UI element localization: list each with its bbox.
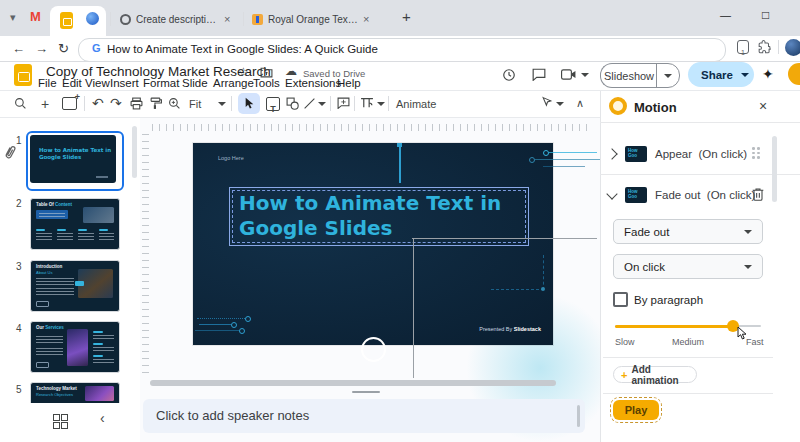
gmail-pinned-tab-icon[interactable]: M xyxy=(30,9,41,24)
thumb2-title: Table Of Content xyxy=(36,202,72,207)
tab-2[interactable]: Royal Orange Text Effect - InkPx × xyxy=(247,6,379,36)
back-icon[interactable]: ← xyxy=(12,41,25,56)
tab-counter-icon[interactable]: 1 xyxy=(737,40,749,54)
animation-thumb: How Goo xyxy=(625,187,647,203)
comments-icon[interactable] xyxy=(532,68,546,81)
tab-search-icon[interactable]: ▾ xyxy=(10,11,16,24)
animate-button[interactable]: Animate xyxy=(396,99,436,110)
speed-label-slow: Slow xyxy=(615,337,635,347)
search-menus-icon[interactable] xyxy=(14,97,27,110)
chrome-bottom-border xyxy=(0,61,800,62)
notes-scrollbar[interactable] xyxy=(577,405,580,427)
grid-view-icon[interactable] xyxy=(53,414,66,427)
thumb1-footer xyxy=(96,176,108,178)
slide-thumbnail-2[interactable]: Table Of Content xyxy=(30,198,120,250)
toolbar-sep-1 xyxy=(84,96,85,111)
new-slide-icon[interactable]: + xyxy=(62,97,77,110)
menu-file[interactable]: File xyxy=(38,77,57,89)
slide-thumbnail-1-selected[interactable]: How to Animate Text in Google Slides xyxy=(26,131,124,191)
forward-icon[interactable]: → xyxy=(35,41,48,56)
redo-icon[interactable]: ↷ xyxy=(110,96,122,110)
drag-handle-icon[interactable] xyxy=(752,147,760,159)
menu-help[interactable]: Help xyxy=(337,77,361,89)
animation-row-fadeout[interactable]: How Goo Fade out (On click) xyxy=(600,178,800,214)
add-animation-button[interactable]: + Add animation xyxy=(613,366,697,383)
window-minimize-button[interactable]: — xyxy=(720,9,731,21)
menu-insert[interactable]: Insert xyxy=(110,77,139,89)
delete-animation-icon[interactable] xyxy=(752,187,764,201)
speaker-notes[interactable]: Click to add speaker notes xyxy=(143,399,585,433)
new-tab-button[interactable]: + xyxy=(402,8,411,25)
saved-cloud-icon[interactable]: ☁ xyxy=(285,64,297,78)
guide-horizontal xyxy=(412,238,597,239)
speed-label-fast: Fast xyxy=(746,337,764,347)
menu-edit[interactable]: Edit xyxy=(62,77,82,89)
slideshow-button[interactable]: Slideshow xyxy=(600,63,657,88)
reload-icon[interactable]: ↻ xyxy=(58,41,69,56)
text-options-icon[interactable] xyxy=(360,97,374,109)
line-tool-icon[interactable] xyxy=(303,97,316,110)
hide-menus-icon[interactable]: ∧ xyxy=(576,98,584,109)
collapse-filmstrip-icon[interactable]: ‹ xyxy=(100,410,105,426)
collapse-chevron-icon[interactable] xyxy=(606,188,617,199)
panel-scrollbar[interactable] xyxy=(772,136,777,202)
paint-format-icon[interactable] xyxy=(150,97,162,110)
shape-tool-icon[interactable] xyxy=(286,97,299,110)
gemini-icon[interactable]: ✦ xyxy=(762,66,774,82)
user-avatar[interactable] xyxy=(788,63,800,85)
slide-number-3: 3 xyxy=(16,261,22,272)
tab-1-close-icon[interactable]: × xyxy=(224,13,230,25)
zoom-tool-icon[interactable] xyxy=(168,97,181,110)
slide-canvas[interactable]: Logo Here How to Animate Text in Google … xyxy=(193,143,553,345)
print-icon[interactable] xyxy=(130,97,143,110)
menu-slide[interactable]: Slide xyxy=(182,77,208,89)
omnibox-url[interactable]: How to Animate Text in Google Slides: A … xyxy=(107,43,378,55)
window-maximize-button[interactable]: □ xyxy=(762,8,769,22)
menu-extensions[interactable]: Extensions xyxy=(285,77,341,89)
zoom-fit-select[interactable]: Fit xyxy=(189,99,201,110)
trigger-value: On click xyxy=(624,261,665,273)
textbox-tool-icon[interactable]: T xyxy=(266,97,280,111)
tab-1[interactable]: Create description based on co × xyxy=(114,6,240,36)
motion-close-icon[interactable]: × xyxy=(759,98,767,114)
menu-tools[interactable]: Tools xyxy=(253,77,280,89)
meet-camera-icon[interactable] xyxy=(561,69,576,80)
notes-resize-handle[interactable] xyxy=(352,391,380,393)
expand-chevron-icon[interactable] xyxy=(606,148,617,159)
slide-thumbnail-3[interactable]: Introduction About Us xyxy=(30,260,120,312)
slideshow-dropdown[interactable] xyxy=(656,63,680,88)
laser-caret-icon[interactable] xyxy=(556,102,564,106)
menu-arrange[interactable]: Arrange xyxy=(213,77,254,89)
laser-pointer-icon[interactable] xyxy=(541,96,554,109)
canvas-h-scrollbar[interactable] xyxy=(150,380,556,386)
ruler-vertical xyxy=(142,134,149,374)
line-caret-icon[interactable] xyxy=(318,102,326,106)
animation-label: Appear (On click) xyxy=(655,148,747,160)
filmstrip-scrollbar[interactable] xyxy=(132,126,137,178)
browser-avatar[interactable] xyxy=(785,39,800,56)
zoom-in-button[interactable]: + xyxy=(41,97,49,111)
extensions-puzzle-icon[interactable] xyxy=(758,40,772,54)
ruler-horizontal xyxy=(152,124,588,131)
insert-comment-icon[interactable] xyxy=(337,97,350,109)
slide-thumbnail-4[interactable]: Our Services xyxy=(30,321,120,373)
share-caret-icon[interactable] xyxy=(741,73,749,77)
pinned-tab-favicon[interactable] xyxy=(86,12,99,25)
slide-thumbnail-5-clip[interactable]: Technology Market Research Objectives xyxy=(30,382,120,403)
effect-type-select[interactable]: Fade out xyxy=(613,219,763,244)
fit-caret-icon[interactable] xyxy=(218,102,226,106)
share-button[interactable]: Share xyxy=(688,62,754,87)
animation-row-appear[interactable]: How Goo Appear (On click) xyxy=(600,136,800,174)
tab-2-close-icon[interactable]: × xyxy=(363,13,369,25)
trigger-select[interactable]: On click xyxy=(613,254,763,279)
cursor-click-highlight xyxy=(609,97,627,115)
by-paragraph-checkbox[interactable] xyxy=(613,292,628,307)
text-options-caret-icon[interactable] xyxy=(377,102,385,106)
meet-caret-icon[interactable] xyxy=(581,73,589,77)
undo-icon[interactable]: ↶ xyxy=(92,96,104,110)
version-history-icon[interactable] xyxy=(502,68,516,82)
menu-view[interactable]: View xyxy=(85,77,110,89)
menu-format[interactable]: Format xyxy=(143,77,179,89)
play-button[interactable]: Play xyxy=(613,400,659,420)
select-tool-button[interactable] xyxy=(238,93,260,114)
